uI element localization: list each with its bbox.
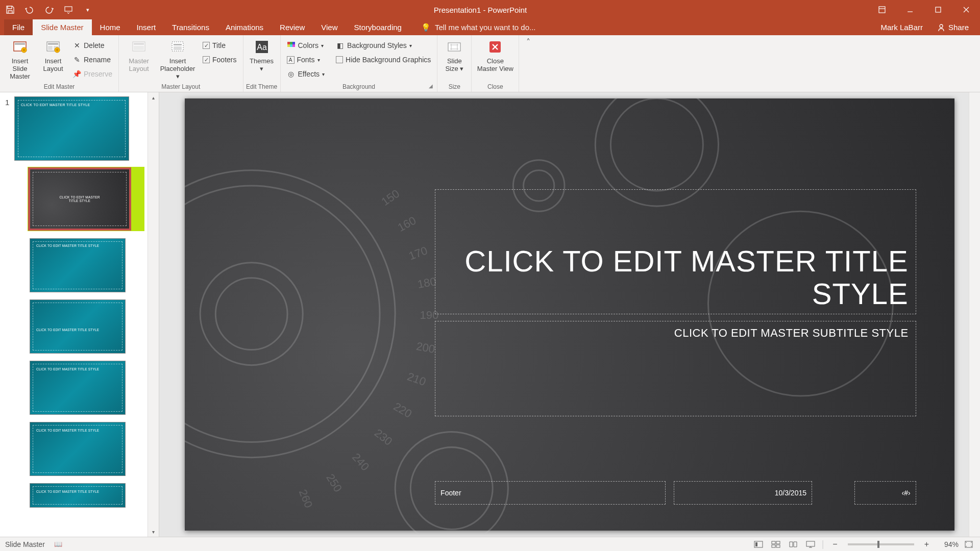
svg-text:250: 250 [324, 471, 345, 494]
background-styles-button[interactable]: ◧Background Styles ▾ [334, 39, 433, 52]
slide-number-placeholder[interactable]: ‹#› [854, 481, 916, 505]
insert-layout-button[interactable]: Insert Layout [40, 37, 66, 73]
zoom-slider[interactable] [848, 543, 914, 545]
insert-slide-master-button[interactable]: Insert Slide Master [4, 37, 36, 81]
svg-rect-54 [776, 541, 780, 544]
title-checkbox[interactable]: ✓Title [201, 39, 238, 52]
tab-insert[interactable]: Insert [129, 19, 164, 35]
svg-point-31 [215, 278, 287, 350]
footer-text: Footer [440, 489, 461, 497]
layout-thumbnail-4[interactable]: CLICK TO EDIT MASTER TITLE STYLE [30, 361, 144, 415]
reading-view-button[interactable] [787, 539, 800, 550]
share-button[interactable]: Share [937, 23, 969, 32]
tab-view[interactable]: View [313, 19, 346, 35]
tab-home[interactable]: Home [92, 19, 129, 35]
insert-placeholder-button[interactable]: Insert Placeholder ▾ [159, 37, 197, 81]
slide-canvas[interactable]: 150 160 170 180 190 200 210 220 230 240 … [185, 98, 954, 531]
svg-rect-26 [448, 43, 460, 51]
spell-check-icon[interactable]: 📖 [54, 540, 62, 548]
background-styles-icon: ◧ [336, 41, 345, 50]
close-button[interactable] [952, 0, 980, 19]
slide-size-button[interactable]: Slide Size ▾ [442, 37, 467, 73]
fit-to-window-button[interactable] [963, 539, 975, 550]
svg-rect-1 [879, 7, 885, 13]
rename-button[interactable]: ✎Rename [70, 54, 114, 66]
tab-animations[interactable]: Animations [217, 19, 272, 35]
slide-editor: 150 160 170 180 190 200 210 220 230 240 … [159, 92, 980, 537]
ribbon-display-options-icon[interactable] [868, 0, 896, 19]
svg-text:Aa: Aa [257, 43, 267, 52]
tab-storyboarding[interactable]: Storyboarding [346, 19, 410, 35]
tab-slide-master[interactable]: Slide Master [33, 19, 91, 35]
svg-text:200: 200 [415, 340, 436, 356]
user-name[interactable]: Mark LaBarr [880, 23, 923, 32]
footer-placeholder[interactable]: Footer [435, 481, 666, 505]
svg-rect-9 [48, 46, 53, 50]
editor-scrollbar[interactable] [969, 92, 980, 537]
minimize-button[interactable] [896, 0, 924, 19]
close-master-view-button[interactable]: Close Master View [476, 37, 514, 73]
ribbon-tabs: File Slide Master Home Insert Transition… [0, 19, 980, 35]
themes-button[interactable]: Aa Themes▾ [248, 37, 276, 73]
zoom-in-button[interactable]: + [921, 540, 932, 549]
effects-icon: ◎ [287, 70, 296, 79]
layout-thumbnail-2[interactable]: CLICK TO EDIT MASTER TITLE STYLE [30, 238, 144, 292]
fonts-button[interactable]: AFonts ▾ [285, 54, 327, 66]
tab-transitions[interactable]: Transitions [164, 19, 217, 35]
group-label: Master Layout [119, 83, 242, 90]
layout-thumbnail-5[interactable]: CLICK TO EDIT MASTER TITLE STYLE [30, 422, 144, 476]
svg-text:260: 260 [297, 488, 315, 510]
normal-view-button[interactable] [752, 539, 765, 550]
thumbnail-scrollbar[interactable]: ▴ ▾ [148, 92, 159, 537]
fonts-icon: A [287, 56, 295, 64]
master-thumbnail[interactable]: 1 CLICK TO EDIT MASTER TITLE STYLE [5, 96, 144, 161]
layout-thumbnail-3[interactable]: CLICK TO EDIT MASTER TITLE STYLE [30, 299, 144, 354]
group-label: Background [281, 83, 437, 90]
title-placeholder[interactable]: CLICK TO EDIT MASTER TITLE STYLE [435, 189, 916, 315]
slideshow-button[interactable] [804, 539, 817, 550]
delete-button[interactable]: ✕Delete [70, 39, 114, 52]
status-bar: Slide Master 📖 │ − + 94% [0, 537, 980, 551]
svg-rect-8 [48, 43, 58, 45]
svg-text:230: 230 [372, 427, 395, 448]
save-icon[interactable] [5, 5, 15, 15]
svg-point-33 [610, 98, 703, 191]
group-size: Slide Size ▾ Size [437, 35, 472, 92]
effects-button[interactable]: ◎Effects ▾ [285, 68, 327, 80]
date-placeholder[interactable]: 10/3/2015 [674, 481, 812, 505]
zoom-out-button[interactable]: − [829, 540, 840, 549]
tab-file[interactable]: File [4, 19, 33, 35]
master-number: 1 [5, 96, 14, 107]
collapse-ribbon-icon[interactable]: ˄ [519, 35, 534, 92]
layout-thumbnail-1[interactable]: CLICK TO EDIT MASTER TITLE STYLE [28, 167, 144, 231]
tab-review[interactable]: Review [272, 19, 313, 35]
start-from-beginning-icon[interactable] [63, 5, 74, 15]
slide-sorter-button[interactable] [769, 539, 782, 550]
scroll-down-icon[interactable]: ▾ [148, 527, 159, 537]
subtitle-placeholder[interactable]: CLICK TO EDIT MASTER SUBTITLE STYLE [435, 321, 916, 416]
undo-icon[interactable] [24, 5, 35, 15]
window-title: Presentation1 - PowerPoint [93, 6, 868, 14]
svg-text:210: 210 [406, 370, 428, 388]
slide-number-text: ‹#› [901, 489, 910, 497]
redo-icon[interactable] [44, 5, 54, 15]
zoom-level[interactable]: 94% [936, 540, 959, 548]
tell-me-search[interactable]: 💡 Tell me what you want to do... [410, 19, 536, 35]
preserve-icon: 📌 [72, 70, 81, 79]
colors-button[interactable]: Colors ▾ [285, 39, 327, 52]
tell-me-placeholder: Tell me what you want to do... [435, 23, 536, 32]
qat-customize-icon[interactable]: ▾ [83, 5, 93, 15]
layout-thumbnail-6[interactable]: CLICK TO EDIT MASTER TITLE STYLE [30, 483, 144, 508]
scroll-up-icon[interactable]: ▴ [148, 92, 159, 103]
footers-checkbox[interactable]: ✓Footers [201, 54, 238, 66]
svg-rect-25 [292, 44, 295, 47]
dialog-launcher-icon[interactable]: ◢ [429, 83, 435, 89]
date-text: 10/3/2015 [775, 489, 806, 497]
preserve-button[interactable]: 📌Preserve [70, 68, 114, 80]
maximize-button[interactable] [924, 0, 952, 19]
svg-point-29 [185, 186, 380, 442]
svg-text:180: 180 [416, 275, 437, 291]
hide-background-checkbox[interactable]: Hide Background Graphics [334, 54, 433, 66]
svg-rect-23 [287, 44, 290, 47]
quick-access-toolbar: ▾ [0, 5, 93, 15]
